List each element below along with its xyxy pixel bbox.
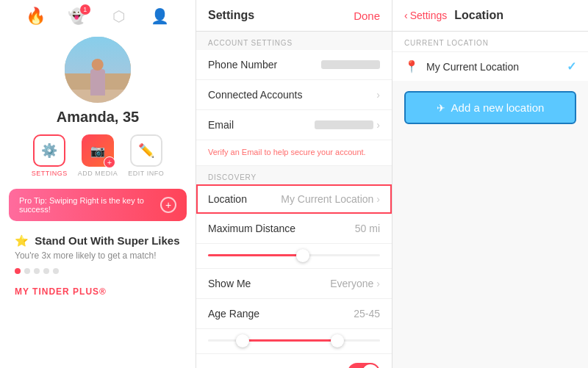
max-distance-value: 50 mi	[355, 223, 380, 234]
email-verify-text: Verify an Email to help secure your acco…	[208, 148, 366, 156]
settings-title: Settings	[208, 9, 254, 22]
my-current-location-row[interactable]: 📍 My Current Location ✓	[392, 51, 588, 81]
connected-accounts-label: Connected Accounts	[208, 89, 302, 101]
discovery-section-label: DISCOVERY	[196, 166, 392, 184]
age-slider-fill	[243, 339, 337, 342]
profile-panel: 🔥 👻 1 ⬡ 👤 Amanda, 35 ⚙️ SETTINGS	[0, 0, 196, 368]
pro-tip-plus-button[interactable]: +	[160, 197, 176, 213]
location-value: My Current Location ›	[281, 193, 380, 205]
add-media-action[interactable]: 📷 + ADD MEDIA	[78, 134, 118, 177]
age-range-row: Age Range 25-45	[196, 299, 392, 329]
age-slider-row[interactable]	[196, 329, 392, 354]
location-title: Location	[454, 9, 503, 22]
connected-accounts-chevron: ›	[376, 89, 380, 101]
distance-slider-track[interactable]	[208, 254, 380, 256]
age-range-value: 25-45	[354, 308, 380, 320]
email-verify-banner: Verify an Email to help secure your acco…	[196, 140, 392, 166]
tinder-plus-button[interactable]: MY TINDER PLUS®	[15, 286, 107, 297]
super-likes-title: ⭐ Stand Out With Super Likes	[15, 234, 181, 248]
dot-1	[15, 268, 21, 274]
settings-header: Settings Done	[196, 0, 392, 32]
dot-4	[43, 268, 49, 274]
tinder-logo-icon[interactable]: 🔥	[25, 6, 46, 26]
chat-icon[interactable]: 👻 1	[67, 6, 87, 26]
location-label: Location	[208, 193, 247, 205]
location-row[interactable]: Location My Current Location ›	[196, 184, 392, 214]
settings-panel: Settings Done ACCOUNT SETTINGS Phone Num…	[196, 0, 392, 368]
show-me-value: Everyone ›	[330, 278, 380, 289]
edit-info-button[interactable]: ✏️	[130, 134, 162, 167]
top-nav-bar: 🔥 👻 1 ⬡ 👤	[0, 0, 196, 32]
phone-number-label: Phone Number	[208, 59, 277, 71]
back-chevron-icon: ‹	[404, 10, 408, 21]
done-button[interactable]: Done	[354, 10, 380, 22]
distance-slider-fill	[208, 254, 303, 256]
current-location-section-label: CURRENT LOCATION	[392, 32, 588, 51]
action-buttons-row: ⚙️ SETTINGS 📷 + ADD MEDIA ✏️ EDIT INFO	[32, 134, 164, 177]
add-media-label: ADD MEDIA	[78, 170, 118, 177]
super-likes-sub: You're 3x more likely to get a match!	[15, 250, 181, 261]
email-label: Email	[208, 119, 234, 131]
add-new-location-button[interactable]: ✈ Add a new location	[404, 91, 576, 124]
back-label: Settings	[410, 10, 448, 21]
distance-slider-row[interactable]	[196, 244, 392, 269]
current-location-section: CURRENT LOCATION 📍 My Current Location ✓	[392, 32, 588, 81]
profile-icon[interactable]: 👤	[150, 6, 171, 26]
toggle-knob	[362, 364, 379, 368]
pro-tip-text: Pro Tip: Swiping Right is the key to suc…	[19, 196, 154, 214]
max-distance-row: Maximum Distance 50 mi	[196, 214, 392, 244]
back-button[interactable]: ‹ Settings	[404, 10, 447, 21]
age-range-label: Age Range	[208, 308, 259, 320]
checkmark-icon: ✓	[567, 59, 576, 73]
my-current-location-text: My Current Location	[426, 61, 519, 73]
location-row-left: 📍 My Current Location	[404, 59, 519, 73]
global-row[interactable]: Global	[196, 354, 392, 368]
dot-3	[34, 268, 40, 274]
age-slider-max-thumb[interactable]	[331, 334, 344, 347]
show-me-row[interactable]: Show Me Everyone ›	[196, 269, 392, 299]
pro-tip-banner: Pro Tip: Swiping Right is the key to suc…	[9, 189, 187, 221]
camera-button[interactable]: 📷 +	[82, 134, 114, 167]
global-toggle[interactable]	[348, 363, 380, 368]
age-slider-min-thumb[interactable]	[236, 334, 249, 347]
max-distance-label: Maximum Distance	[208, 223, 295, 234]
account-section-label: ACCOUNT SETTINGS	[196, 32, 392, 50]
edit-info-action[interactable]: ✏️ EDIT INFO	[128, 134, 164, 177]
star-icon: ⭐	[15, 234, 29, 247]
explore-icon[interactable]: ⬡	[108, 6, 129, 26]
plane-icon: ✈	[437, 102, 445, 114]
super-likes-section: ⭐ Stand Out With Super Likes You're 3x m…	[0, 224, 196, 303]
age-slider-track[interactable]	[208, 339, 380, 342]
user-name: Amanda, 35	[57, 109, 139, 126]
add-location-label: Add a new location	[451, 101, 545, 114]
phone-number-row[interactable]: Phone Number	[196, 50, 392, 80]
dot-2	[24, 268, 30, 274]
email-value: ›	[315, 119, 380, 131]
distance-slider-thumb[interactable]	[296, 249, 309, 262]
settings-label: SETTINGS	[32, 170, 68, 177]
phone-number-value	[321, 60, 380, 69]
settings-action[interactable]: ⚙️ SETTINGS	[32, 134, 68, 177]
pagination-dots	[15, 268, 181, 274]
settings-button[interactable]: ⚙️	[33, 134, 65, 167]
dot-5	[53, 268, 59, 274]
location-pin-icon: 📍	[404, 59, 419, 73]
show-me-label: Show Me	[208, 278, 251, 289]
edit-info-label: EDIT INFO	[128, 170, 164, 177]
avatar	[65, 37, 131, 103]
location-panel: ‹ Settings Location CURRENT LOCATION 📍 M…	[392, 0, 588, 368]
location-header: ‹ Settings Location	[392, 0, 588, 32]
connected-accounts-row[interactable]: Connected Accounts ›	[196, 80, 392, 110]
camera-plus-icon: +	[104, 156, 115, 168]
email-row[interactable]: Email ›	[196, 110, 392, 140]
